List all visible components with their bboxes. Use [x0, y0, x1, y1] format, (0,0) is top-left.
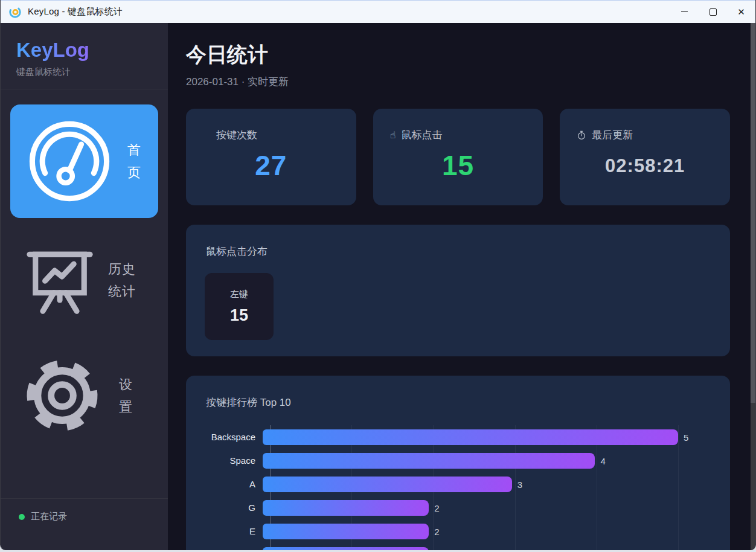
brand-subtitle: 键盘鼠标统计: [16, 66, 168, 78]
recording-status: 正在记录: [1, 498, 168, 550]
sidebar-item-label: 历史统计: [108, 258, 138, 303]
app-window: KeyLog - 键盘鼠标统计 ✕ KeyLog 键盘鼠标统计: [0, 0, 756, 550]
close-button[interactable]: ✕: [727, 1, 755, 23]
pointer-hand-icon: ☝: [390, 130, 396, 140]
bar-value: 5: [684, 432, 688, 442]
key-ranking-chart: Backspace5Space4A3G2E2I2: [206, 425, 710, 550]
bar[interactable]: [263, 500, 429, 516]
maximize-icon: [710, 8, 717, 16]
window-controls: ✕: [670, 1, 755, 23]
sidebar: KeyLog 键盘鼠标统计 首页: [1, 23, 168, 550]
mouse-distribution-title: 鼠标点击分布: [186, 225, 730, 258]
bar-label: G: [206, 502, 263, 513]
sidebar-item-home[interactable]: 首页: [10, 104, 158, 218]
vertical-scrollbar[interactable]: [751, 23, 755, 550]
stat-value-mouse-clicks: 15: [390, 149, 527, 182]
minimize-icon: [681, 11, 688, 12]
chart-row: G2: [206, 496, 710, 519]
left-button-chip: 左键 15: [205, 273, 274, 340]
stat-card-mouse-clicks: ☝ 鼠标点击 15: [373, 109, 543, 205]
chart-row: I2: [206, 543, 710, 550]
stat-card-row: 按键次数 27 ☝ 鼠标点击 15: [186, 109, 730, 205]
gauge-icon: [27, 119, 112, 204]
sidebar-item-label: 设置: [119, 373, 135, 419]
scrollbar-thumb[interactable]: [751, 23, 755, 403]
bar-label: E: [206, 526, 263, 536]
stat-card-last-update: 最后更新 02:58:21: [560, 109, 730, 205]
brand-block: KeyLog 键盘鼠标统计: [1, 23, 168, 89]
brand-name: KeyLog: [16, 39, 89, 62]
stat-value-keypresses: 27: [203, 149, 339, 182]
stat-card-keypresses: 按键次数 27: [186, 109, 356, 205]
bar-plot-area: 2: [263, 500, 678, 516]
bar-plot-area: 4: [263, 453, 678, 469]
bar[interactable]: [263, 547, 429, 551]
bar-label: Backspace: [206, 432, 263, 442]
sidebar-item-history[interactable]: 历史统计: [1, 235, 168, 326]
minimize-button[interactable]: [670, 1, 699, 23]
bar-value: 2: [434, 526, 439, 536]
bar-label: I: [206, 550, 263, 550]
chart-row: Backspace5: [206, 425, 710, 449]
sidebar-item-label: 首页: [127, 139, 143, 184]
close-icon: ✕: [737, 7, 745, 16]
bar-label: A: [206, 479, 263, 489]
stat-value-last-update: 02:58:21: [577, 155, 713, 177]
chip-value: 15: [230, 306, 248, 325]
bar[interactable]: [263, 524, 429, 539]
chart-row: Space4: [206, 449, 710, 472]
chip-label: 左键: [230, 289, 248, 300]
mouse-distribution-panel: 鼠标点击分布 左键 15: [186, 225, 730, 356]
bar-value: 2: [434, 502, 439, 513]
window-title: KeyLog - 键盘鼠标统计: [28, 6, 123, 18]
sidebar-nav: 首页 历史统计: [1, 89, 168, 498]
page-title: 今日统计: [186, 41, 730, 69]
bar-label: Space: [206, 455, 263, 466]
bar[interactable]: [263, 477, 512, 492]
chart-row: A3: [206, 472, 710, 496]
key-ranking-title: 按键排行榜 Top 10: [186, 376, 730, 409]
sidebar-item-settings[interactable]: 设置: [1, 347, 168, 444]
gear-icon: [21, 355, 103, 437]
stopwatch-icon: [577, 130, 586, 140]
presentation-chart-icon: [21, 243, 98, 317]
bar[interactable]: [263, 453, 595, 469]
bar[interactable]: [263, 429, 678, 445]
recording-label: 正在记录: [31, 511, 67, 522]
stat-label: 按键次数: [216, 128, 257, 142]
bar-value: 2: [434, 550, 439, 550]
app-logo-icon: [8, 5, 22, 19]
main-content: 今日统计 2026-01-31 · 实时更新 按键次数 27 ☝ 鼠标点击 15: [168, 23, 755, 550]
recording-dot-icon: [19, 514, 25, 520]
title-bar: KeyLog - 键盘鼠标统计 ✕: [1, 0, 755, 23]
bar-plot-area: 5: [263, 429, 678, 445]
bar-plot-area: 3: [263, 477, 678, 492]
bar-value: 3: [517, 479, 522, 489]
stat-label: 鼠标点击: [401, 128, 442, 142]
bar-plot-area: 2: [263, 547, 678, 551]
chart-rows: Backspace5Space4A3G2E2I2: [206, 425, 710, 550]
stat-label: 最后更新: [592, 128, 633, 142]
maximize-button[interactable]: [699, 1, 727, 23]
bar-value: 4: [600, 455, 605, 466]
page-subtitle: 2026-01-31 · 实时更新: [186, 75, 730, 89]
key-ranking-panel: 按键排行榜 Top 10 Backspace5Space4A3G2E2I2: [186, 376, 730, 550]
bar-plot-area: 2: [263, 524, 678, 539]
chart-row: E2: [206, 519, 710, 543]
